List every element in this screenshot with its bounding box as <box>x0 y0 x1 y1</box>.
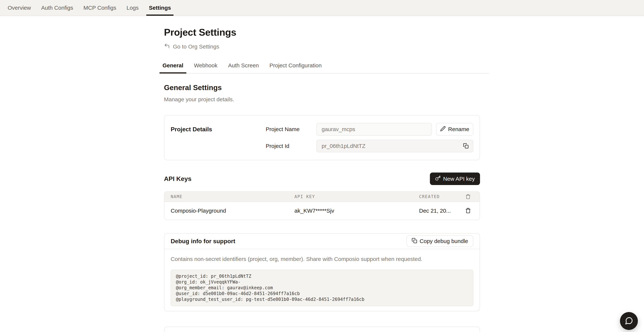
chat-support-button[interactable] <box>620 312 638 330</box>
settings-page: Project Settings Go to Org Settings Gene… <box>160 27 489 332</box>
copy-debug-bundle-label: Copy debug bundle <box>420 238 468 244</box>
new-api-key-button[interactable]: New API key <box>430 173 480 185</box>
corner-up-left-icon <box>164 43 170 50</box>
section-subheading: Manage your project details. <box>164 96 480 103</box>
copy-icon <box>463 143 469 149</box>
debug-identifiers-code-block: @project_id: pr_06th1pLdNtTZ @org_id: ok… <box>171 270 473 306</box>
rename-button[interactable]: Rename <box>436 123 473 136</box>
copy-project-id-button[interactable] <box>462 143 469 149</box>
project-details-title: Project Details <box>171 123 266 152</box>
col-header-created: CREATED <box>419 194 463 199</box>
project-id-value: pr_06th1pLdNtTZ <box>322 143 366 149</box>
api-keys-heading: API Keys <box>164 175 191 182</box>
chat-bubble-icon <box>624 316 633 326</box>
tab-project-configuration[interactable]: Project Configuration <box>266 62 324 73</box>
code-line: @user_id: d5e001b0-09ac-46d2-8451-2694ff… <box>176 291 468 296</box>
project-details-card: Project Details Project Name gaurav_mcps… <box>164 115 480 160</box>
project-id-input: pr_06th1pLdNtTZ <box>316 140 473 152</box>
project-id-row: Project Id pr_06th1pLdNtTZ <box>266 140 473 152</box>
nav-item-settings[interactable]: Settings <box>146 0 174 16</box>
api-key-created: Dec 21, 20... <box>419 208 463 214</box>
section-heading: General Settings <box>164 83 480 92</box>
trash-icon <box>465 208 471 214</box>
col-header-api-key: API KEY <box>294 194 419 199</box>
copy-icon <box>412 238 417 245</box>
debug-card-title: Debug info for support <box>171 238 235 245</box>
nav-item-mcp-configs[interactable]: MCP Configs <box>81 0 119 16</box>
api-keys-table: NAME API KEY CREATED Composio-Playground… <box>164 191 480 220</box>
copy-debug-bundle-button[interactable]: Copy debug bundle <box>406 235 473 247</box>
tab-general[interactable]: General <box>160 62 186 73</box>
key-icon <box>435 175 441 182</box>
go-to-org-settings-link[interactable]: Go to Org Settings <box>164 43 219 50</box>
project-id-label: Project Id <box>266 143 316 149</box>
debug-card-header: Debug info for support Copy debug bundle <box>164 233 480 249</box>
code-line: @playground_test_user_id: pg-test-d5e001… <box>176 296 468 302</box>
nav-item-auth-configs[interactable]: Auth Configs <box>38 0 76 16</box>
settings-tabs: General Webhook Auth Screen Project Conf… <box>160 62 489 74</box>
back-link-label: Go to Org Settings <box>173 44 219 50</box>
nav-item-logs[interactable]: Logs <box>124 0 141 16</box>
api-key-masked: ak_KW7*****Sjv <box>294 208 419 214</box>
next-section-card <box>164 326 480 332</box>
top-nav: Overview Auth Configs MCP Configs Logs S… <box>0 0 644 16</box>
api-key-row: Composio-Playground ak_KW7*****Sjv Dec 2… <box>164 202 480 220</box>
api-key-name: Composio-Playground <box>171 208 294 214</box>
project-name-input[interactable]: gaurav_mcps <box>316 123 432 136</box>
debug-description: Contains non-secret identifiers (project… <box>171 255 473 263</box>
trash-icon <box>463 194 473 199</box>
col-header-name: NAME <box>171 194 294 199</box>
tab-webhook[interactable]: Webhook <box>191 62 220 73</box>
page-title: Project Settings <box>164 27 480 38</box>
code-line: @org_member_email: gaurav@inkeep.com <box>176 285 468 291</box>
nav-item-overview[interactable]: Overview <box>5 0 34 16</box>
api-keys-header: API Keys New API key <box>164 173 480 185</box>
api-keys-table-header: NAME API KEY CREATED <box>164 192 480 202</box>
delete-api-key-button[interactable] <box>463 208 473 214</box>
code-line: @project_id: pr_06th1pLdNtTZ <box>176 273 468 279</box>
project-name-row: Project Name gaurav_mcps Rename <box>266 123 473 136</box>
debug-info-card: Debug info for support Copy debug bundle… <box>164 233 480 311</box>
tab-auth-screen[interactable]: Auth Screen <box>225 62 262 73</box>
new-api-key-label: New API key <box>443 176 475 182</box>
pencil-icon <box>440 126 446 133</box>
code-line: @org_id: ok_jVveqqkYFWa- <box>176 279 468 285</box>
project-name-label: Project Name <box>266 126 316 132</box>
rename-button-label: Rename <box>448 126 469 132</box>
